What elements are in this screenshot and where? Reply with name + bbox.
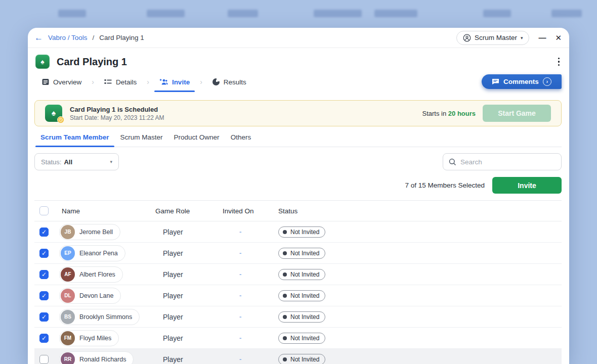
table-row: AF Albert Flores Player - Not Invited [34, 264, 562, 285]
member-name: Brooklyn Simmons [79, 313, 132, 321]
role-tab-scrum-team-member[interactable]: Scrum Team Member [35, 133, 114, 147]
avatar: FM [61, 331, 75, 345]
member-chip[interactable]: BS Brooklyn Simmons [59, 309, 140, 325]
card-playing-scheduled-icon: ♠ [45, 105, 62, 122]
invited-on-cell: - [221, 355, 278, 363]
scheduled-banner: ♠ Card Playing 1 is Scheduled Start Date… [34, 100, 562, 126]
selection-row: 7 of 15 Members Selected Invite [34, 177, 562, 194]
role-tab-others[interactable]: Others [226, 133, 257, 147]
tab-label: Results [224, 78, 246, 86]
status-text: Not Invited [290, 335, 319, 342]
status-dot-icon [283, 230, 287, 234]
tab-details[interactable]: Details [101, 75, 140, 89]
overview-icon [42, 78, 49, 85]
starts-in-value: 20 hours [448, 110, 476, 117]
card-playing-app-icon: ♠ [35, 55, 50, 69]
window-controls: Scrum Master ▾ — ✕ [456, 31, 562, 45]
tab-label: Overview [53, 78, 81, 86]
row-checkbox[interactable] [39, 270, 49, 279]
tab-results[interactable]: Results [209, 75, 249, 89]
search-input[interactable] [460, 158, 556, 166]
role-tab-product-owner[interactable]: Product Owner [169, 133, 225, 147]
breadcrumb-separator: / [93, 34, 95, 41]
game-role-cell: Player [155, 313, 221, 321]
row-checkbox[interactable] [39, 228, 49, 237]
chevron-down-icon: ▾ [521, 35, 523, 40]
status-text: Not Invited [290, 356, 319, 363]
status-badge: Not Invited [278, 311, 325, 323]
invited-on-cell: - [221, 334, 278, 342]
user-role-label: Scrum Master [475, 34, 517, 41]
table-row: RR Ronald Richards Player - Not Invited [34, 349, 562, 364]
member-chip[interactable]: DL Devon Lane [59, 288, 121, 304]
status-badge: Not Invited [278, 226, 325, 238]
invite-button[interactable]: Invite [492, 177, 562, 194]
row-checkbox[interactable] [39, 291, 49, 300]
role-tabs: Scrum Team Member Scrum Master Product O… [34, 133, 562, 147]
row-checkbox[interactable] [39, 334, 49, 343]
member-chip[interactable]: EP Eleanor Pena [59, 245, 125, 261]
row-checkbox[interactable] [39, 249, 49, 258]
workflow-tabs: Overview › Details › Invite › Results Co… [28, 73, 569, 90]
banner-start-date: Start Date: May 20, 2023 11:22 AM [70, 114, 164, 121]
member-chip[interactable]: RR Ronald Richards [59, 351, 134, 364]
member-chip[interactable]: AF Albert Flores [59, 266, 123, 283]
row-checkbox[interactable] [39, 312, 49, 322]
game-role-cell: Player [155, 249, 221, 257]
search-icon [449, 158, 456, 166]
chevron-separator-icon: › [147, 78, 149, 86]
chevron-down-icon: ▾ [110, 159, 112, 164]
app-window: ← Vabro / Tools / Card Playing 1 Scrum M… [28, 28, 569, 364]
member-name: Devon Lane [79, 292, 113, 299]
avatar: DL [61, 289, 75, 303]
kebab-menu-icon[interactable] [556, 56, 562, 68]
status-badge: Not Invited [278, 290, 325, 301]
row-checkbox[interactable] [39, 355, 49, 364]
table-row: BS Brooklyn Simmons Player - Not Invited [34, 306, 562, 328]
status-dot-icon [283, 294, 287, 298]
tab-invite[interactable]: Invite [156, 75, 193, 89]
minimize-button[interactable]: — [538, 33, 546, 42]
avatar: BS [61, 310, 75, 324]
filter-row: Status: All ▾ [34, 153, 562, 170]
tab-overview[interactable]: Overview [39, 75, 84, 89]
select-all-checkbox[interactable] [39, 206, 49, 215]
status-filter-dropdown[interactable]: Status: All ▾ [34, 153, 119, 170]
spade-glyph: ♠ [40, 58, 44, 66]
game-role-cell: Player [155, 270, 221, 279]
page-title: Card Playing 1 [57, 56, 549, 68]
status-dot-icon [283, 315, 287, 319]
circle-arrow-icon: › [543, 77, 551, 86]
chat-icon [492, 78, 499, 85]
avatar: JB [61, 225, 75, 239]
clock-badge-icon [57, 116, 64, 123]
tab-label: Details [116, 78, 137, 86]
breadcrumb-link[interactable]: Vabro / Tools [48, 34, 88, 41]
starts-in-text: Starts in 20 hours [422, 110, 476, 117]
user-role-dropdown[interactable]: Scrum Master ▾ [456, 31, 530, 45]
comments-button[interactable]: Comments › [482, 74, 562, 89]
member-chip[interactable]: JB Jerome Bell [59, 224, 120, 240]
chevron-separator-icon: › [92, 78, 94, 86]
chevron-separator-icon: › [200, 78, 202, 86]
table-row: JB Jerome Bell Player - Not Invited [34, 221, 562, 243]
start-game-button[interactable]: Start Game [483, 105, 551, 122]
results-pie-icon [212, 78, 220, 85]
table-header: Name Game Role Invited On Status [34, 200, 562, 221]
status-text: Not Invited [290, 271, 319, 278]
role-tab-scrum-master[interactable]: Scrum Master [115, 133, 168, 147]
status-badge: Not Invited [278, 269, 325, 280]
close-button[interactable]: ✕ [555, 33, 562, 42]
spade-glyph: ♠ [52, 109, 56, 118]
invited-on-cell: - [221, 292, 278, 299]
details-icon [104, 78, 112, 85]
invited-on-cell: - [221, 313, 278, 321]
back-arrow-icon[interactable]: ← [34, 33, 43, 42]
avatar: EP [61, 246, 75, 260]
invited-on-cell: - [221, 270, 278, 278]
status-dot-icon [283, 357, 287, 361]
banner-title: Card Playing 1 is Scheduled [70, 106, 164, 113]
column-header-name: Name [57, 207, 155, 215]
page-header: ♠ Card Playing 1 [28, 50, 569, 73]
member-chip[interactable]: FM Floyd Miles [59, 330, 119, 346]
